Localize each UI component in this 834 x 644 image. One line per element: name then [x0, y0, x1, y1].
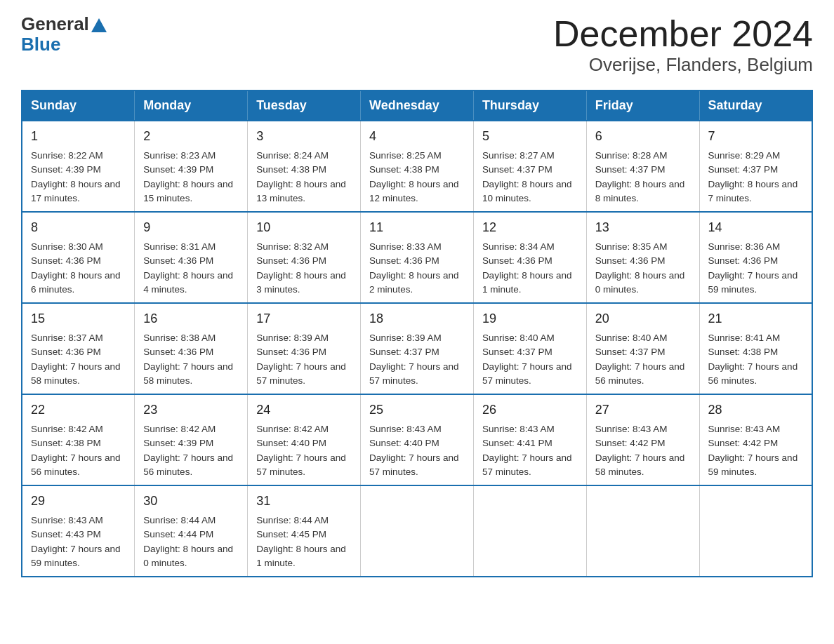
calendar-cell: 10Sunrise: 8:32 AMSunset: 4:36 PMDayligh…	[248, 212, 361, 303]
day-info: Sunrise: 8:42 AMSunset: 4:39 PMDaylight:…	[143, 422, 239, 479]
calendar-cell	[586, 485, 699, 577]
day-info: Sunrise: 8:39 AMSunset: 4:36 PMDaylight:…	[256, 331, 352, 388]
day-info: Sunrise: 8:39 AMSunset: 4:37 PMDaylight:…	[369, 331, 465, 388]
day-number: 1	[31, 127, 126, 146]
calendar-cell: 2Sunrise: 8:23 AMSunset: 4:39 PMDaylight…	[135, 121, 248, 212]
logo-blue-text: Blue	[21, 34, 60, 55]
day-info: Sunrise: 8:31 AMSunset: 4:36 PMDaylight:…	[143, 240, 239, 297]
col-header-sunday: Sunday	[22, 90, 135, 121]
calendar-cell: 9Sunrise: 8:31 AMSunset: 4:36 PMDaylight…	[135, 212, 248, 303]
calendar-cell: 12Sunrise: 8:34 AMSunset: 4:36 PMDayligh…	[473, 212, 586, 303]
day-info: Sunrise: 8:43 AMSunset: 4:42 PMDaylight:…	[708, 422, 803, 479]
day-info: Sunrise: 8:33 AMSunset: 4:36 PMDaylight:…	[369, 240, 465, 297]
calendar-week-row: 15Sunrise: 8:37 AMSunset: 4:36 PMDayligh…	[22, 303, 812, 394]
calendar-week-row: 8Sunrise: 8:30 AMSunset: 4:36 PMDaylight…	[22, 212, 812, 303]
day-info: Sunrise: 8:27 AMSunset: 4:37 PMDaylight:…	[482, 149, 578, 206]
day-number: 2	[143, 127, 239, 146]
calendar-cell: 13Sunrise: 8:35 AMSunset: 4:36 PMDayligh…	[586, 212, 699, 303]
day-number: 22	[31, 401, 126, 420]
day-info: Sunrise: 8:30 AMSunset: 4:36 PMDaylight:…	[31, 240, 126, 297]
calendar-cell: 11Sunrise: 8:33 AMSunset: 4:36 PMDayligh…	[361, 212, 474, 303]
day-info: Sunrise: 8:42 AMSunset: 4:40 PMDaylight:…	[256, 422, 352, 479]
day-number: 14	[708, 218, 803, 237]
calendar-cell: 25Sunrise: 8:43 AMSunset: 4:40 PMDayligh…	[361, 394, 474, 485]
calendar-week-row: 1Sunrise: 8:22 AMSunset: 4:39 PMDaylight…	[22, 121, 812, 212]
title-section: December 2024 Overijse, Flanders, Belgiu…	[553, 14, 813, 76]
day-number: 29	[31, 492, 126, 511]
calendar-cell: 28Sunrise: 8:43 AMSunset: 4:42 PMDayligh…	[699, 394, 812, 485]
calendar-cell: 29Sunrise: 8:43 AMSunset: 4:43 PMDayligh…	[22, 485, 135, 577]
day-number: 15	[31, 309, 126, 328]
day-number: 27	[595, 401, 691, 420]
calendar-table: SundayMondayTuesdayWednesdayThursdayFrid…	[21, 90, 813, 577]
day-number: 9	[143, 218, 239, 237]
day-info: Sunrise: 8:43 AMSunset: 4:43 PMDaylight:…	[31, 514, 126, 570]
calendar-cell	[473, 485, 586, 577]
calendar-cell	[699, 485, 812, 577]
day-info: Sunrise: 8:34 AMSunset: 4:36 PMDaylight:…	[482, 240, 578, 297]
day-info: Sunrise: 8:42 AMSunset: 4:38 PMDaylight:…	[31, 422, 126, 479]
day-info: Sunrise: 8:44 AMSunset: 4:44 PMDaylight:…	[143, 514, 239, 570]
col-header-wednesday: Wednesday	[361, 90, 474, 121]
day-info: Sunrise: 8:43 AMSunset: 4:41 PMDaylight:…	[482, 422, 578, 479]
day-number: 10	[256, 218, 352, 237]
day-info: Sunrise: 8:29 AMSunset: 4:37 PMDaylight:…	[708, 149, 803, 206]
calendar-cell: 26Sunrise: 8:43 AMSunset: 4:41 PMDayligh…	[473, 394, 586, 485]
day-number: 12	[482, 218, 578, 237]
day-number: 17	[256, 309, 352, 328]
col-header-tuesday: Tuesday	[248, 90, 361, 121]
calendar-cell: 5Sunrise: 8:27 AMSunset: 4:37 PMDaylight…	[473, 121, 586, 212]
day-info: Sunrise: 8:22 AMSunset: 4:39 PMDaylight:…	[31, 149, 126, 206]
day-number: 21	[708, 309, 803, 328]
day-number: 7	[708, 127, 803, 146]
location-title: Overijse, Flanders, Belgium	[553, 54, 813, 76]
day-number: 30	[143, 492, 239, 511]
day-info: Sunrise: 8:44 AMSunset: 4:45 PMDaylight:…	[256, 514, 352, 570]
day-info: Sunrise: 8:28 AMSunset: 4:37 PMDaylight:…	[595, 149, 691, 206]
calendar-cell: 27Sunrise: 8:43 AMSunset: 4:42 PMDayligh…	[586, 394, 699, 485]
calendar-cell: 31Sunrise: 8:44 AMSunset: 4:45 PMDayligh…	[248, 485, 361, 577]
calendar-cell: 18Sunrise: 8:39 AMSunset: 4:37 PMDayligh…	[361, 303, 474, 394]
col-header-saturday: Saturday	[699, 90, 812, 121]
day-number: 31	[256, 492, 352, 511]
calendar-cell: 16Sunrise: 8:38 AMSunset: 4:36 PMDayligh…	[135, 303, 248, 394]
calendar-cell: 20Sunrise: 8:40 AMSunset: 4:37 PMDayligh…	[586, 303, 699, 394]
calendar-cell: 22Sunrise: 8:42 AMSunset: 4:38 PMDayligh…	[22, 394, 135, 485]
day-info: Sunrise: 8:40 AMSunset: 4:37 PMDaylight:…	[482, 331, 578, 388]
day-info: Sunrise: 8:43 AMSunset: 4:42 PMDaylight:…	[595, 422, 691, 479]
calendar-cell: 14Sunrise: 8:36 AMSunset: 4:36 PMDayligh…	[699, 212, 812, 303]
calendar-cell: 1Sunrise: 8:22 AMSunset: 4:39 PMDaylight…	[22, 121, 135, 212]
calendar-cell: 19Sunrise: 8:40 AMSunset: 4:37 PMDayligh…	[473, 303, 586, 394]
calendar-header-row: SundayMondayTuesdayWednesdayThursdayFrid…	[22, 90, 812, 121]
calendar-cell: 3Sunrise: 8:24 AMSunset: 4:38 PMDaylight…	[248, 121, 361, 212]
day-info: Sunrise: 8:25 AMSunset: 4:38 PMDaylight:…	[369, 149, 465, 206]
col-header-thursday: Thursday	[473, 90, 586, 121]
col-header-monday: Monday	[135, 90, 248, 121]
calendar-cell: 8Sunrise: 8:30 AMSunset: 4:36 PMDaylight…	[22, 212, 135, 303]
day-number: 5	[482, 127, 578, 146]
calendar-cell: 4Sunrise: 8:25 AMSunset: 4:38 PMDaylight…	[361, 121, 474, 212]
logo-general-text: General	[21, 14, 89, 34]
calendar-cell: 17Sunrise: 8:39 AMSunset: 4:36 PMDayligh…	[248, 303, 361, 394]
col-header-friday: Friday	[586, 90, 699, 121]
day-info: Sunrise: 8:35 AMSunset: 4:36 PMDaylight:…	[595, 240, 691, 297]
day-number: 4	[369, 127, 465, 146]
day-info: Sunrise: 8:40 AMSunset: 4:37 PMDaylight:…	[595, 331, 691, 388]
day-number: 23	[143, 401, 239, 420]
day-info: Sunrise: 8:32 AMSunset: 4:36 PMDaylight:…	[256, 240, 352, 297]
day-number: 13	[595, 218, 691, 237]
day-info: Sunrise: 8:23 AMSunset: 4:39 PMDaylight:…	[143, 149, 239, 206]
day-number: 24	[256, 401, 352, 420]
day-number: 3	[256, 127, 352, 146]
day-number: 19	[482, 309, 578, 328]
day-info: Sunrise: 8:37 AMSunset: 4:36 PMDaylight:…	[31, 331, 126, 388]
logo: General Blue	[21, 14, 107, 54]
day-number: 25	[369, 401, 465, 420]
calendar-cell: 6Sunrise: 8:28 AMSunset: 4:37 PMDaylight…	[586, 121, 699, 212]
calendar-cell: 15Sunrise: 8:37 AMSunset: 4:36 PMDayligh…	[22, 303, 135, 394]
page-header: General Blue December 2024 Overijse, Fla…	[21, 14, 813, 76]
calendar-cell: 23Sunrise: 8:42 AMSunset: 4:39 PMDayligh…	[135, 394, 248, 485]
calendar-cell: 24Sunrise: 8:42 AMSunset: 4:40 PMDayligh…	[248, 394, 361, 485]
calendar-cell: 30Sunrise: 8:44 AMSunset: 4:44 PMDayligh…	[135, 485, 248, 577]
month-title: December 2024	[553, 14, 813, 54]
